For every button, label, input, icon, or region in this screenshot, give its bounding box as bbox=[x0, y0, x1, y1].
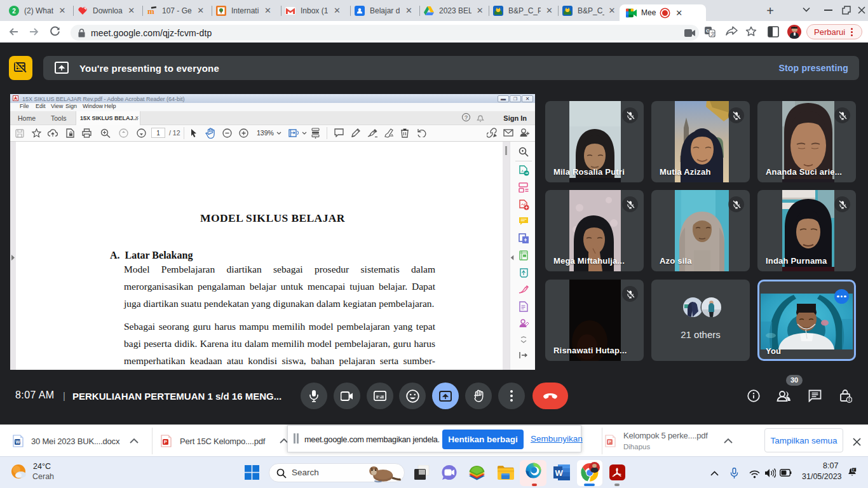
svg-text:P: P bbox=[164, 439, 167, 445]
svg-text:P: P bbox=[608, 439, 611, 445]
svg-text:z: z bbox=[855, 466, 857, 470]
svg-text:⋏: ⋏ bbox=[521, 169, 524, 173]
svg-text:2: 2 bbox=[12, 7, 16, 14]
svg-text:文: 文 bbox=[710, 31, 715, 37]
svg-text:W: W bbox=[16, 439, 21, 445]
svg-text:W: W bbox=[555, 468, 563, 478]
